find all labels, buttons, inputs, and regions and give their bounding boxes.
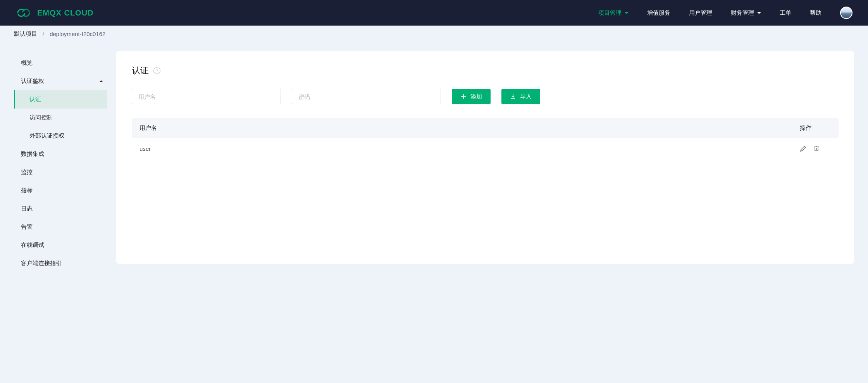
nav-user-management[interactable]: 用户管理 — [689, 9, 712, 17]
sidebar-label: 监控 — [21, 169, 33, 176]
sidebar-item-metrics[interactable]: 指标 — [14, 181, 107, 200]
sidebar: 概览 认证鉴权 认证 访问控制 外部认证授权 数据集成 监控 指标 日志 告警 — [0, 42, 112, 278]
nav-value-added-services[interactable]: 增值服务 — [647, 9, 670, 17]
content-header: 认证 ? — [132, 65, 839, 76]
sidebar-item-overview[interactable]: 概览 — [14, 54, 107, 72]
table-row: user — [132, 138, 839, 159]
edit-icon[interactable] — [800, 145, 807, 152]
main-layout: 概览 认证鉴权 认证 访问控制 外部认证授权 数据集成 监控 指标 日志 告警 — [0, 42, 868, 278]
nav-label: 帮助 — [810, 9, 822, 17]
chevron-down-icon — [757, 12, 761, 14]
sidebar-item-logs[interactable]: 日志 — [14, 200, 107, 218]
nav-label: 财务管理 — [731, 9, 754, 17]
nav-label: 用户管理 — [689, 9, 712, 17]
sidebar-label: 数据集成 — [21, 150, 44, 158]
form-row: 添加 导入 — [132, 89, 839, 104]
delete-icon[interactable] — [813, 145, 820, 152]
emqx-logo-icon — [16, 7, 33, 19]
sidebar-sublabel: 访问控制 — [29, 114, 53, 121]
download-icon — [510, 93, 516, 100]
sidebar-item-monitoring[interactable]: 监控 — [14, 163, 107, 181]
password-input[interactable] — [292, 89, 441, 104]
top-navigation: EMQX CLOUD 项目管理 增值服务 用户管理 财务管理 工单 帮助 — [0, 0, 868, 26]
nav-help[interactable]: 帮助 — [810, 9, 822, 17]
breadcrumb-separator: / — [43, 31, 44, 37]
nav-financial-management[interactable]: 财务管理 — [731, 9, 761, 17]
column-header-username: 用户名 — [140, 124, 800, 132]
sidebar-sublabel: 认证 — [29, 96, 41, 102]
sidebar-item-client-guide[interactable]: 客户端连接指引 — [14, 254, 107, 273]
nav-label: 增值服务 — [647, 9, 670, 17]
sidebar-sublabel: 外部认证授权 — [29, 132, 64, 139]
sidebar-label: 指标 — [21, 187, 33, 194]
sidebar-label: 日志 — [21, 205, 33, 212]
column-header-actions: 操作 — [800, 124, 831, 132]
logo-text: EMQX CLOUD — [37, 9, 94, 17]
import-button[interactable]: 导入 — [501, 89, 540, 104]
nav-label: 工单 — [780, 9, 791, 17]
sidebar-label: 概览 — [21, 59, 33, 67]
breadcrumb: 默认项目 / deployment-f20c0162 — [0, 26, 868, 42]
sidebar-subitem-authentication[interactable]: 认证 — [14, 90, 107, 109]
cell-actions — [800, 145, 831, 152]
sidebar-item-auth[interactable]: 认证鉴权 — [14, 72, 107, 90]
sidebar-label: 告警 — [21, 223, 33, 231]
sidebar-label: 认证鉴权 — [21, 78, 44, 85]
users-table: 用户名 操作 user — [132, 118, 839, 159]
page-title: 认证 — [132, 65, 149, 76]
logo-section[interactable]: EMQX CLOUD — [16, 7, 94, 19]
nav-items: 项目管理 增值服务 用户管理 财务管理 工单 帮助 — [598, 7, 852, 19]
add-button[interactable]: 添加 — [452, 89, 491, 104]
sidebar-item-data-integration[interactable]: 数据集成 — [14, 145, 107, 163]
nav-tickets[interactable]: 工单 — [780, 9, 791, 17]
sidebar-item-alerts[interactable]: 告警 — [14, 218, 107, 236]
nav-label: 项目管理 — [598, 9, 622, 17]
breadcrumb-root[interactable]: 默认项目 — [14, 30, 37, 38]
user-avatar[interactable] — [840, 7, 852, 19]
username-input[interactable] — [132, 89, 281, 104]
sidebar-subitem-external-auth[interactable]: 外部认证授权 — [14, 127, 107, 145]
sidebar-subitem-access-control[interactable]: 访问控制 — [14, 109, 107, 127]
sidebar-item-online-debug[interactable]: 在线调试 — [14, 236, 107, 254]
chevron-up-icon — [99, 80, 103, 82]
button-label: 添加 — [470, 93, 482, 100]
sidebar-label: 在线调试 — [21, 242, 44, 249]
cell-username: user — [140, 145, 800, 152]
button-label: 导入 — [520, 93, 532, 100]
content-panel: 认证 ? 添加 导入 用户名 操作 — [116, 51, 854, 264]
chevron-down-icon — [625, 12, 629, 14]
table-header: 用户名 操作 — [132, 118, 839, 138]
help-icon[interactable]: ? — [153, 67, 160, 74]
sidebar-label: 客户端连接指引 — [21, 260, 62, 267]
breadcrumb-current: deployment-f20c0162 — [50, 31, 105, 37]
nav-project-management[interactable]: 项目管理 — [598, 9, 629, 17]
plus-icon — [460, 93, 467, 100]
